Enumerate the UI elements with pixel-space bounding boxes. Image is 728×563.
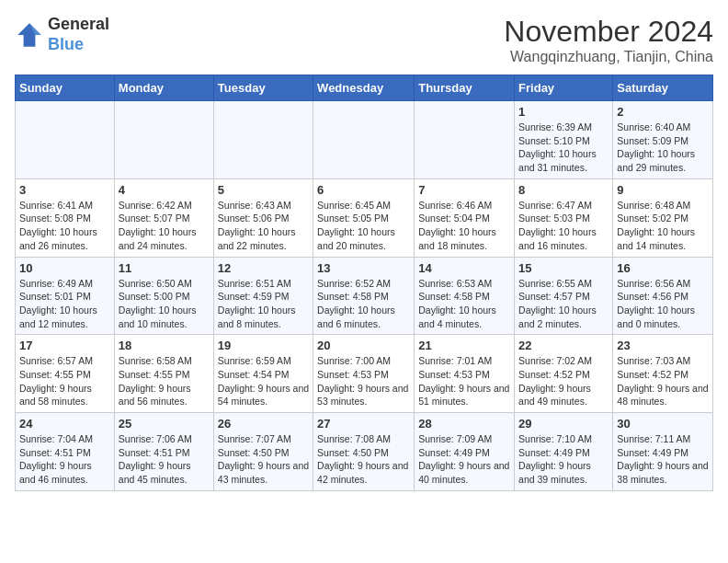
calendar-cell: 23Sunrise: 7:03 AMSunset: 4:52 PMDayligh…: [613, 335, 713, 413]
calendar-cell: 1Sunrise: 6:39 AMSunset: 5:10 PMDaylight…: [515, 101, 613, 179]
day-number: 1: [518, 105, 609, 119]
calendar-cell: 29Sunrise: 7:10 AMSunset: 4:49 PMDayligh…: [515, 413, 613, 491]
day-number: 8: [518, 183, 609, 197]
day-info: Sunrise: 6:55 AMSunset: 4:57 PMDaylight:…: [518, 277, 609, 331]
day-number: 9: [617, 183, 709, 197]
calendar-cell: 9Sunrise: 6:48 AMSunset: 5:02 PMDaylight…: [613, 178, 713, 257]
calendar-cell: [415, 101, 515, 179]
day-info: Sunrise: 6:39 AMSunset: 5:10 PMDaylight:…: [518, 121, 609, 175]
day-info: Sunrise: 7:07 AMSunset: 4:50 PMDaylight:…: [218, 432, 309, 487]
weekday-header-thursday: Thursday: [415, 75, 515, 101]
calendar-cell: 13Sunrise: 6:52 AMSunset: 4:58 PMDayligh…: [313, 257, 415, 335]
calendar-cell: 12Sunrise: 6:51 AMSunset: 4:59 PMDayligh…: [213, 257, 313, 335]
day-info: Sunrise: 6:47 AMSunset: 5:03 PMDaylight:…: [518, 199, 609, 253]
day-info: Sunrise: 6:50 AMSunset: 5:00 PMDaylight:…: [119, 277, 210, 331]
logo: General Blue: [15, 15, 109, 54]
day-number: 30: [617, 417, 709, 431]
day-info: Sunrise: 6:40 AMSunset: 5:09 PMDaylight:…: [617, 121, 709, 175]
location-text: Wangqinzhuang, Tianjin, China: [504, 49, 713, 65]
day-info: Sunrise: 6:49 AMSunset: 5:01 PMDaylight:…: [19, 277, 110, 331]
weekday-header-row: SundayMondayTuesdayWednesdayThursdayFrid…: [16, 75, 713, 101]
calendar-cell: 28Sunrise: 7:09 AMSunset: 4:49 PMDayligh…: [415, 413, 515, 491]
calendar-body: 1Sunrise: 6:39 AMSunset: 5:10 PMDaylight…: [16, 101, 713, 491]
day-info: Sunrise: 6:46 AMSunset: 5:04 PMDaylight:…: [418, 199, 510, 253]
calendar-week-row: 24Sunrise: 7:04 AMSunset: 4:51 PMDayligh…: [16, 413, 713, 491]
calendar-cell: [16, 101, 115, 179]
calendar-cell: 21Sunrise: 7:01 AMSunset: 4:53 PMDayligh…: [415, 335, 515, 413]
day-number: 6: [317, 183, 410, 197]
day-number: 19: [218, 339, 309, 352]
day-number: 22: [518, 339, 609, 352]
day-info: Sunrise: 6:45 AMSunset: 5:05 PMDaylight:…: [317, 199, 410, 253]
calendar-cell: 5Sunrise: 6:43 AMSunset: 5:06 PMDaylight…: [213, 178, 313, 257]
calendar-cell: 18Sunrise: 6:58 AMSunset: 4:55 PMDayligh…: [114, 335, 213, 413]
day-info: Sunrise: 6:53 AMSunset: 4:58 PMDaylight:…: [418, 277, 510, 331]
calendar-table: SundayMondayTuesdayWednesdayThursdayFrid…: [15, 75, 713, 491]
day-info: Sunrise: 7:06 AMSunset: 4:51 PMDaylight:…: [119, 432, 210, 487]
page-header: General Blue November 2024 Wangqinzhuang…: [15, 15, 713, 65]
day-number: 11: [119, 261, 210, 275]
day-info: Sunrise: 7:01 AMSunset: 4:53 PMDaylight:…: [418, 354, 510, 408]
calendar-cell: 19Sunrise: 6:59 AMSunset: 4:54 PMDayligh…: [213, 335, 313, 413]
day-info: Sunrise: 7:03 AMSunset: 4:52 PMDaylight:…: [617, 354, 709, 408]
day-info: Sunrise: 6:56 AMSunset: 4:56 PMDaylight:…: [617, 277, 709, 331]
calendar-cell: 11Sunrise: 6:50 AMSunset: 5:00 PMDayligh…: [114, 257, 213, 335]
logo-icon: [15, 20, 44, 50]
day-info: Sunrise: 6:57 AMSunset: 4:55 PMDaylight:…: [19, 354, 110, 408]
day-info: Sunrise: 6:41 AMSunset: 5:08 PMDaylight:…: [19, 199, 110, 253]
calendar-cell: 16Sunrise: 6:56 AMSunset: 4:56 PMDayligh…: [613, 257, 713, 335]
calendar-cell: 7Sunrise: 6:46 AMSunset: 5:04 PMDaylight…: [415, 178, 515, 257]
day-info: Sunrise: 7:02 AMSunset: 4:52 PMDaylight:…: [518, 354, 609, 408]
day-info: Sunrise: 7:00 AMSunset: 4:53 PMDaylight:…: [317, 354, 410, 408]
calendar-header: SundayMondayTuesdayWednesdayThursdayFrid…: [16, 75, 713, 101]
day-number: 18: [119, 339, 210, 352]
calendar-week-row: 10Sunrise: 6:49 AMSunset: 5:01 PMDayligh…: [16, 257, 713, 335]
calendar-cell: 22Sunrise: 7:02 AMSunset: 4:52 PMDayligh…: [515, 335, 613, 413]
calendar-cell: [213, 101, 313, 179]
day-number: 15: [518, 261, 609, 275]
day-number: 17: [19, 339, 110, 352]
day-info: Sunrise: 6:59 AMSunset: 4:54 PMDaylight:…: [218, 354, 309, 408]
calendar-cell: 3Sunrise: 6:41 AMSunset: 5:08 PMDaylight…: [16, 178, 115, 257]
day-info: Sunrise: 6:43 AMSunset: 5:06 PMDaylight:…: [218, 199, 309, 253]
day-number: 7: [418, 183, 510, 197]
day-info: Sunrise: 7:09 AMSunset: 4:49 PMDaylight:…: [418, 432, 510, 487]
calendar-cell: 26Sunrise: 7:07 AMSunset: 4:50 PMDayligh…: [213, 413, 313, 491]
day-number: 4: [119, 183, 210, 197]
day-number: 25: [119, 417, 210, 431]
calendar-cell: 27Sunrise: 7:08 AMSunset: 4:50 PMDayligh…: [313, 413, 415, 491]
day-number: 5: [218, 183, 309, 197]
calendar-cell: 6Sunrise: 6:45 AMSunset: 5:05 PMDaylight…: [313, 178, 415, 257]
weekday-header-friday: Friday: [515, 75, 613, 101]
day-number: 20: [317, 339, 410, 352]
day-number: 28: [418, 417, 510, 431]
calendar-cell: 8Sunrise: 6:47 AMSunset: 5:03 PMDaylight…: [515, 178, 613, 257]
weekday-header-tuesday: Tuesday: [213, 75, 313, 101]
weekday-header-saturday: Saturday: [613, 75, 713, 101]
day-info: Sunrise: 6:42 AMSunset: 5:07 PMDaylight:…: [119, 199, 210, 253]
calendar-cell: 14Sunrise: 6:53 AMSunset: 4:58 PMDayligh…: [415, 257, 515, 335]
day-number: 16: [617, 261, 709, 275]
weekday-header-sunday: Sunday: [16, 75, 115, 101]
day-number: 23: [617, 339, 709, 352]
calendar-cell: 4Sunrise: 6:42 AMSunset: 5:07 PMDaylight…: [114, 178, 213, 257]
day-info: Sunrise: 6:52 AMSunset: 4:58 PMDaylight:…: [317, 277, 410, 331]
calendar-week-row: 3Sunrise: 6:41 AMSunset: 5:08 PMDaylight…: [16, 178, 713, 257]
day-info: Sunrise: 7:04 AMSunset: 4:51 PMDaylight:…: [19, 432, 110, 487]
logo-blue-text: Blue: [48, 35, 109, 55]
day-number: 27: [317, 417, 410, 431]
calendar-week-row: 1Sunrise: 6:39 AMSunset: 5:10 PMDaylight…: [16, 101, 713, 179]
calendar-cell: 15Sunrise: 6:55 AMSunset: 4:57 PMDayligh…: [515, 257, 613, 335]
day-number: 10: [19, 261, 110, 275]
day-number: 13: [317, 261, 410, 275]
day-number: 14: [418, 261, 510, 275]
day-number: 29: [518, 417, 609, 431]
day-info: Sunrise: 6:58 AMSunset: 4:55 PMDaylight:…: [119, 354, 210, 408]
calendar-cell: 2Sunrise: 6:40 AMSunset: 5:09 PMDaylight…: [613, 101, 713, 179]
calendar-cell: 25Sunrise: 7:06 AMSunset: 4:51 PMDayligh…: [114, 413, 213, 491]
day-number: 2: [617, 105, 709, 119]
calendar-cell: 10Sunrise: 6:49 AMSunset: 5:01 PMDayligh…: [16, 257, 115, 335]
day-number: 26: [218, 417, 309, 431]
logo-general-text: General: [48, 15, 109, 35]
day-info: Sunrise: 6:48 AMSunset: 5:02 PMDaylight:…: [617, 199, 709, 253]
